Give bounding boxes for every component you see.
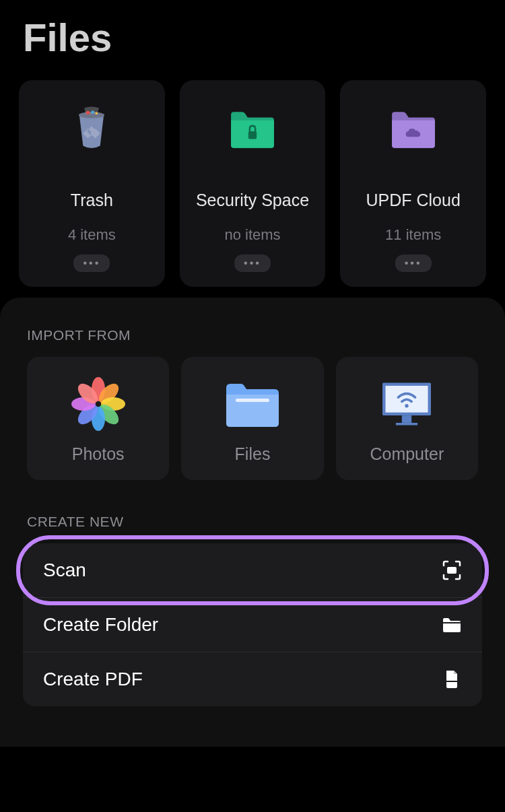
- svg-point-3: [92, 110, 95, 114]
- import-computer[interactable]: Computer: [336, 357, 478, 480]
- folder-count: no items: [224, 226, 280, 244]
- list-label: Scan: [43, 560, 86, 581]
- trash-icon: [67, 106, 116, 151]
- create-folder[interactable]: Create Folder: [23, 598, 482, 652]
- svg-rect-14: [236, 399, 269, 402]
- svg-rect-22: [445, 681, 459, 682]
- more-button[interactable]: •••: [234, 255, 271, 272]
- folder-label: Trash: [71, 191, 113, 210]
- import-photos[interactable]: Photos: [27, 357, 169, 480]
- svg-rect-21: [443, 622, 461, 623]
- create-scan[interactable]: Scan: [23, 543, 482, 598]
- create-header: CREATE NEW: [0, 514, 505, 543]
- import-create-sheet: IMPORT FROM Photos: [0, 298, 505, 747]
- svg-rect-17: [402, 415, 411, 423]
- import-row: Photos Files: [0, 357, 505, 514]
- import-label: Files: [235, 444, 271, 464]
- import-files[interactable]: Files: [181, 357, 323, 480]
- folder-icon: [442, 615, 462, 635]
- folder-count: 4 items: [68, 226, 116, 244]
- lock-folder-icon: [228, 106, 277, 151]
- folder-trash[interactable]: Trash 4 items •••: [19, 80, 165, 287]
- list-label: Create PDF: [43, 669, 143, 690]
- more-button[interactable]: •••: [395, 255, 432, 272]
- list-label: Create Folder: [43, 614, 158, 636]
- photos-icon: [68, 376, 129, 432]
- import-label: Photos: [72, 444, 125, 464]
- highlight-annotation: [16, 535, 489, 605]
- folder-label: UPDF Cloud: [366, 191, 461, 210]
- svg-point-4: [96, 112, 98, 115]
- scan-icon: [442, 560, 462, 580]
- page-title: Files: [0, 0, 505, 80]
- more-button[interactable]: •••: [73, 255, 110, 272]
- folder-label: Security Space: [196, 191, 309, 210]
- folder-security-space[interactable]: Security Space no items •••: [180, 80, 326, 287]
- pdf-document-icon: [442, 669, 462, 689]
- import-label: Computer: [370, 444, 444, 464]
- cloud-folder-icon: [389, 106, 438, 151]
- folder-updf-cloud[interactable]: UPDF Cloud 11 items •••: [340, 80, 486, 287]
- folder-row: Trash 4 items ••• Security Space no item…: [0, 80, 505, 287]
- svg-rect-18: [396, 423, 417, 426]
- computer-icon: [376, 376, 437, 432]
- import-header: IMPORT FROM: [0, 327, 505, 357]
- files-folder-icon: [222, 376, 283, 432]
- svg-rect-5: [248, 131, 257, 139]
- folder-count: 11 items: [385, 226, 441, 244]
- create-list: Scan Create Folder Cre: [0, 543, 505, 706]
- svg-point-19: [405, 404, 409, 407]
- create-pdf[interactable]: Create PDF: [23, 652, 482, 706]
- svg-point-2: [86, 111, 90, 114]
- svg-rect-20: [447, 567, 457, 574]
